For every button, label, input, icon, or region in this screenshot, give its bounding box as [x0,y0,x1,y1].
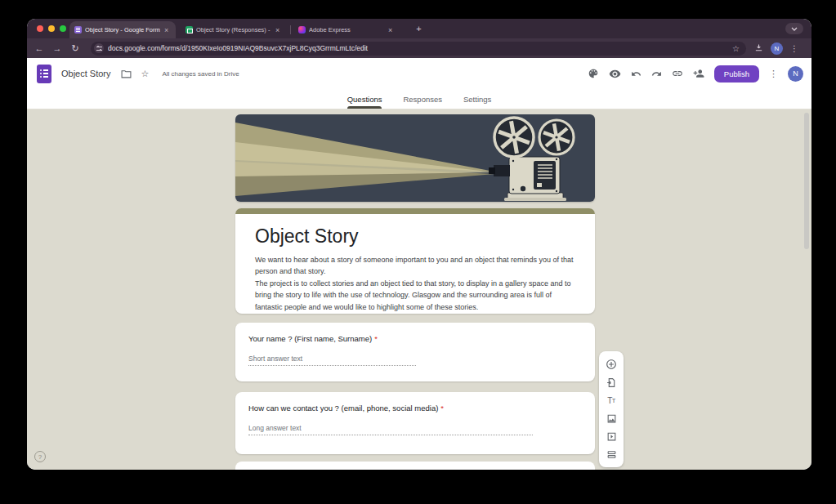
form-title[interactable]: Object Story [255,225,575,248]
copy-responder-link-button[interactable] [672,68,683,79]
tab-title: Adobe Express [309,26,384,33]
question-title: How can we contact you ? (email, phone, … [248,404,582,413]
add-video-button[interactable] [605,430,618,443]
question-title: Your name ? (First name, Surname)* [248,334,582,343]
add-section-button[interactable] [605,448,618,461]
desktop-background: Object Story - Google Forms × Object Sto… [0,0,836,504]
undo-icon [631,69,642,79]
tab-search-chevron-button[interactable] [785,23,803,34]
customize-theme-button[interactable] [588,68,599,79]
forms-app-header: Object Story ☆ All changes saved in Driv… [27,58,811,89]
required-asterisk: * [374,334,378,343]
close-window-button[interactable] [37,25,43,32]
question-title-text: How can we contact you ? (email, phone, … [248,404,438,413]
add-title-button[interactable]: TT [605,394,618,407]
question-title-text: Your name ? (First name, Surname) [248,334,372,343]
tab-title: Object Story (Responses) - G [196,26,271,33]
publish-button[interactable]: Publish [714,65,759,83]
bookmark-star-icon[interactable]: ☆ [732,44,740,53]
maximize-window-button[interactable] [60,25,66,32]
short-answer-field[interactable]: Short answer text [248,355,416,366]
form-title-card[interactable]: Object Story We want to hear about a sto… [235,208,595,314]
tab-title: Object Story - Google Forms [85,26,160,33]
back-button[interactable]: ← [30,43,48,53]
forward-button[interactable]: → [48,43,66,53]
theme-color-strip [235,208,595,214]
palette-icon [588,68,599,79]
browser-window: Object Story - Google Forms × Object Sto… [27,19,811,470]
tab-google-forms[interactable]: Object Story - Google Forms × [69,21,176,38]
eye-icon [609,68,621,80]
help-button[interactable]: ? [34,451,46,462]
close-icon[interactable]: × [163,26,169,34]
section-icon [606,449,617,460]
tab-google-sheets[interactable]: Object Story (Responses) - G × [181,21,287,38]
google-forms-icon [74,26,82,33]
add-collaborators-button[interactable] [693,68,704,79]
downloads-button[interactable] [754,41,763,56]
star-document-button[interactable]: ☆ [141,69,150,79]
folder-icon [121,69,132,78]
form-section-tabs: Questions Responses Settings [27,89,811,109]
move-to-folder-button[interactable] [121,69,132,78]
browser-profile-avatar[interactable]: N [771,42,783,55]
add-question-button[interactable] [605,358,618,371]
long-answer-field[interactable]: Long answer text [248,424,533,435]
new-tab-button[interactable]: + [413,23,425,35]
link-icon [672,68,683,79]
title-text-icon-small: T [612,397,615,404]
header-actions: Publish ⋮ N [588,65,803,83]
site-settings-icon[interactable] [94,43,104,53]
image-icon [606,413,617,424]
add-image-button[interactable] [605,412,618,425]
browser-toolbar: ← → ↻ docs.google.com/forms/d/1950KIxeIo… [27,38,811,58]
question-card[interactable]: How can we contact you ? (email, phone, … [235,392,595,454]
redo-button[interactable] [651,69,662,79]
google-forms-file-icon[interactable] [37,65,51,83]
tab-responses[interactable]: Responses [403,89,442,109]
form-header-image[interactable] [235,114,595,202]
tab-adobe-express[interactable]: Adobe Express × [293,21,408,38]
address-bar[interactable]: docs.google.com/forms/d/1950KIxeIo0919NI… [91,42,746,56]
minimize-window-button[interactable] [48,25,55,32]
close-icon[interactable]: × [387,26,393,34]
projector-illustration [235,114,595,202]
preview-button[interactable] [609,68,621,80]
editor-floating-toolbar: TT [599,351,624,467]
tab-separator [290,25,291,34]
save-status[interactable]: All changes saved in Drive [162,70,239,78]
add-circle-icon [606,359,617,370]
adobe-express-icon [298,26,306,33]
browser-menu-button[interactable]: ⋮ [790,44,798,53]
more-options-button[interactable]: ⋮ [769,69,778,79]
account-avatar[interactable]: N [788,66,803,82]
close-icon[interactable]: × [275,26,280,34]
browser-tab-strip: Object Story - Google Forms × Object Sto… [27,19,811,38]
person-add-icon [693,68,704,79]
redo-icon [651,69,662,79]
undo-button[interactable] [631,69,642,79]
required-asterisk: * [440,404,444,413]
document-title[interactable]: Object Story [61,69,111,78]
question-card[interactable]: Your name ? (First name, Surname)* Short… [235,323,595,381]
download-icon [754,43,763,52]
form-editor-canvas: Object Story We want to hear about a sto… [27,109,811,470]
question-card-partial[interactable] [235,462,595,470]
tab-settings[interactable]: Settings [463,89,491,109]
form-description[interactable]: We want to hear about a story of someone… [255,254,575,313]
video-icon [606,431,617,442]
import-questions-button[interactable] [605,376,618,389]
chevron-down-icon [791,27,798,31]
google-sheets-icon [186,26,193,33]
url-text[interactable]: docs.google.com/forms/d/1950KIxeIo0919NI… [108,44,732,52]
scrollbar-thumb[interactable] [804,113,809,249]
import-document-icon [606,377,617,388]
tab-questions[interactable]: Questions [347,89,382,109]
reload-button[interactable]: ↻ [66,43,84,54]
